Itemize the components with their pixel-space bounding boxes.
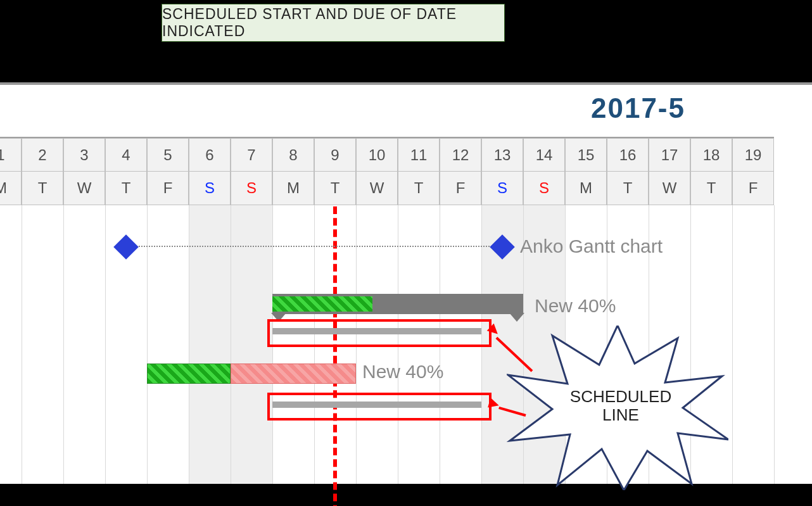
grid-line — [189, 205, 189, 484]
grid-line — [22, 205, 22, 484]
title-text: SCHEDULED START AND DUE OF DATE INDICATE… — [162, 6, 504, 40]
day-of-week: F — [147, 171, 189, 205]
day-col-18: 18T — [690, 137, 732, 205]
day-number: 3 — [63, 138, 105, 172]
task-bar[interactable] — [147, 364, 356, 384]
summary-label: Anko Gantt chart — [520, 236, 663, 257]
day-col-11: 11T — [398, 137, 440, 205]
day-number: 12 — [440, 138, 481, 172]
day-number: 10 — [356, 138, 398, 172]
day-col-13: 13S — [481, 137, 523, 205]
callout-box-scheduled-2 — [267, 393, 492, 421]
day-col-10: 10W — [356, 137, 398, 205]
day-number: 2 — [22, 138, 63, 172]
day-col-16: 16T — [607, 137, 649, 205]
day-col-12: 12F — [440, 137, 481, 205]
day-col-15: 15M — [565, 137, 607, 205]
day-number: 17 — [649, 138, 690, 172]
day-of-week: M — [272, 171, 314, 205]
day-number: 5 — [147, 138, 189, 172]
day-of-week: T — [314, 171, 356, 205]
day-number: 9 — [314, 138, 356, 172]
day-number: 7 — [231, 138, 272, 172]
weekend-shade — [231, 205, 272, 484]
day-number: 11 — [398, 138, 440, 172]
starburst-text: SCHEDULED LINE — [567, 388, 675, 424]
day-of-week: W — [649, 171, 690, 205]
starburst-callout: SCHEDULED LINE — [507, 326, 728, 493]
day-col-9: 9T — [314, 137, 356, 205]
day-number: 8 — [272, 138, 314, 172]
day-col-19: 19F — [732, 137, 774, 205]
day-number: 16 — [607, 138, 649, 172]
day-col-4: 4T — [105, 137, 147, 205]
starburst-line2: LINE — [567, 406, 675, 424]
starburst-line1: SCHEDULED — [567, 388, 675, 406]
day-number: 19 — [732, 138, 774, 172]
day-col-17: 17W — [649, 137, 690, 205]
grid-line — [105, 205, 106, 484]
task-bar[interactable] — [272, 294, 523, 314]
day-of-week: T — [105, 171, 147, 205]
grid-line — [774, 205, 775, 484]
day-of-week: W — [356, 171, 398, 205]
day-col-6: 6S — [189, 137, 231, 205]
day-number: 1 — [0, 138, 22, 172]
day-header: 1M2T3W4T5F6S7S8M9T10W11T12F13S14S15M16T1… — [0, 137, 812, 205]
day-of-week: T — [22, 171, 63, 205]
day-number: 13 — [481, 138, 523, 172]
day-col-7: 7S — [231, 137, 272, 205]
day-col-14: 14S — [523, 137, 565, 205]
grid-line — [231, 205, 231, 484]
day-number: 15 — [565, 138, 607, 172]
task-label: New 40% — [535, 295, 616, 317]
day-of-week: S — [231, 171, 272, 205]
callout-box-scheduled-1 — [267, 319, 492, 347]
day-col-5: 5F — [147, 137, 189, 205]
gantt-chart: 2017-5 1M2T3W4T5F6S7S8M9T10W11T12F13S14S… — [0, 82, 812, 487]
day-of-week: S — [481, 171, 523, 205]
task-label: New 40% — [362, 361, 443, 383]
day-of-week: S — [189, 171, 231, 205]
grid-line — [732, 205, 733, 484]
day-col-8: 8M — [272, 137, 314, 205]
day-of-week: F — [732, 171, 774, 205]
month-label: 2017-5 — [591, 92, 685, 124]
day-of-week: T — [690, 171, 732, 205]
day-of-week: M — [0, 171, 22, 205]
title-banner: SCHEDULED START AND DUE OF DATE INDICATE… — [162, 4, 505, 42]
day-number: 18 — [690, 138, 732, 172]
grid-line — [147, 205, 148, 484]
today-line — [333, 206, 337, 506]
day-col-1: 1M — [0, 137, 22, 205]
day-col-3: 3W — [63, 137, 105, 205]
day-of-week: M — [565, 171, 607, 205]
day-number: 14 — [523, 138, 565, 172]
day-of-week: W — [63, 171, 105, 205]
day-col-2: 2T — [22, 137, 63, 205]
weekend-shade — [189, 205, 231, 484]
day-of-week: T — [607, 171, 649, 205]
day-of-week: T — [398, 171, 440, 205]
grid-line — [63, 205, 64, 484]
day-of-week: S — [523, 171, 565, 205]
day-number: 4 — [105, 138, 147, 172]
day-of-week: F — [440, 171, 481, 205]
summary-bar[interactable] — [126, 246, 502, 247]
day-number: 6 — [189, 138, 231, 172]
